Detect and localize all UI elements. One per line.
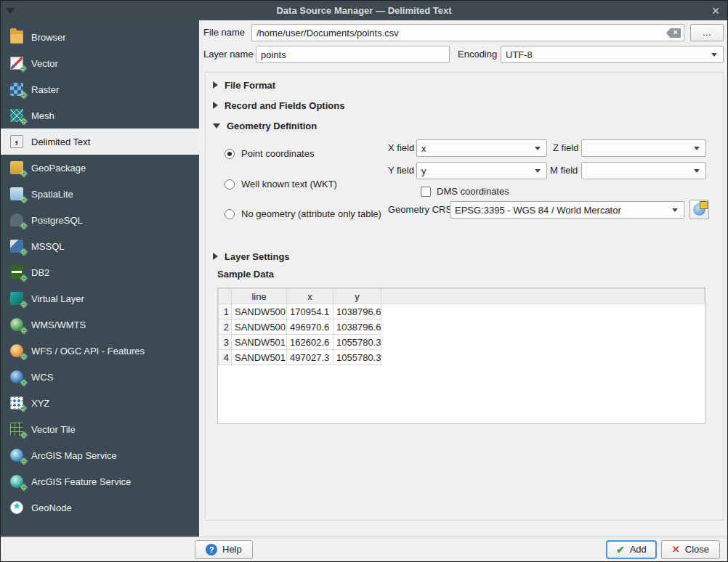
file-name-input[interactable] bbox=[251, 24, 684, 41]
cell: 497027.3 bbox=[287, 350, 333, 365]
geometry-crs-select[interactable]: EPSG:3395 - WGS 84 / World Mercator bbox=[450, 201, 684, 219]
chevron-down-icon bbox=[711, 53, 717, 57]
cell: 1055780.3 bbox=[333, 335, 381, 350]
browser-icon bbox=[10, 30, 23, 44]
sidebar-item-spatialite[interactable]: SpatiaLite bbox=[1, 181, 199, 207]
sidebar-item-wms-wmts[interactable]: WMS/WMTS bbox=[1, 311, 199, 338]
sidebar-item-mesh[interactable]: Mesh bbox=[1, 102, 199, 129]
sidebar-item-wcs[interactable]: WCS bbox=[1, 364, 199, 390]
layer-name-label: Layer name bbox=[203, 46, 254, 63]
m-field-label: M field bbox=[550, 162, 578, 179]
encoding-select[interactable]: UTF-8 bbox=[501, 46, 724, 63]
radio-well-known-text[interactable]: Well known text (WKT) bbox=[225, 179, 337, 190]
sidebar-item-geonode[interactable]: GeoNode bbox=[1, 494, 199, 521]
cell-filler bbox=[381, 350, 705, 365]
cell: 496970.6 bbox=[287, 319, 333, 335]
sidebar: BrowserVectorRasterMeshDelimited TextGeo… bbox=[1, 20, 199, 537]
table-header-filler bbox=[381, 289, 705, 304]
sidebar-item-label: Browser bbox=[31, 32, 66, 43]
sidebar-item-label: Mesh bbox=[31, 110, 54, 121]
chevron-down-icon bbox=[535, 147, 541, 150]
geometry-crs-label: Geometry CRS bbox=[388, 201, 452, 219]
radio-label: No geometry (attribute only table) bbox=[241, 208, 381, 219]
add-button-label: Add bbox=[630, 544, 647, 555]
chevron-down-icon bbox=[694, 147, 700, 150]
section-title: Record and Fields Options bbox=[225, 100, 344, 111]
sample-data-table: linexy 1SANDW500170954.11038796.62SANDW5… bbox=[217, 288, 705, 424]
sidebar-item-label: SpatiaLite bbox=[31, 189, 73, 200]
radio-point-coordinates[interactable]: Point coordinates bbox=[225, 148, 314, 159]
window-close-icon[interactable]: ✕ bbox=[711, 1, 720, 20]
section-header-geometry-definition[interactable]: Geometry Definition bbox=[213, 119, 317, 132]
section-title: Layer Settings bbox=[225, 251, 290, 262]
encoding-label: Encoding bbox=[458, 46, 497, 63]
sidebar-item-label: WCS bbox=[31, 372, 53, 383]
cell: 162602.6 bbox=[287, 335, 333, 350]
y-field-select[interactable]: y bbox=[416, 162, 547, 179]
crs-globe-icon bbox=[693, 203, 705, 216]
column-header-y[interactable]: y bbox=[333, 289, 381, 304]
cell: SANDW501 bbox=[232, 335, 287, 350]
cell: 1038796.6 bbox=[333, 304, 381, 319]
sidebar-item-geopackage[interactable]: GeoPackage bbox=[1, 155, 199, 181]
row-number: 4 bbox=[219, 350, 232, 365]
sidebar-item-arcgis-feature-service[interactable]: ArcGIS Feature Service bbox=[1, 468, 199, 494]
sidebar-item-db2[interactable]: DB2 bbox=[1, 259, 199, 285]
collapsed-arrow-icon bbox=[213, 81, 218, 89]
sidebar-item-delimited-text[interactable]: Delimited Text bbox=[1, 129, 199, 155]
add-check-icon: ✔ bbox=[616, 544, 625, 555]
help-button[interactable]: ? Help bbox=[195, 540, 253, 559]
layer-name-input[interactable] bbox=[256, 46, 450, 63]
column-header-x[interactable]: x bbox=[287, 289, 333, 304]
cell-filler bbox=[381, 335, 705, 350]
options-scroll-area: File Format Record and Fields Options Ge… bbox=[205, 72, 724, 521]
sidebar-item-virtual-layer[interactable]: Virtual Layer bbox=[1, 285, 199, 311]
db2-icon bbox=[10, 266, 23, 279]
section-header-layer-settings[interactable]: Layer Settings bbox=[213, 250, 290, 263]
cell: 170954.1 bbox=[287, 304, 333, 319]
m-field-select[interactable] bbox=[581, 162, 706, 179]
sample-table-body: 1SANDW500170954.11038796.62SANDW50049697… bbox=[219, 304, 705, 365]
row-number: 1 bbox=[219, 304, 232, 319]
y-field-value: y bbox=[421, 166, 530, 176]
z-field-select[interactable] bbox=[581, 139, 706, 157]
sidebar-item-raster[interactable]: Raster bbox=[1, 76, 199, 102]
z-field-label: Z field bbox=[553, 139, 578, 157]
sidebar-item-label: Virtual Layer bbox=[31, 293, 84, 304]
section-title: File Format bbox=[225, 80, 275, 91]
sidebar-item-wfs-ogc-api-features[interactable]: WFS / OGC API - Features bbox=[1, 338, 199, 364]
sidebar-item-xyz[interactable]: XYZ bbox=[1, 390, 199, 416]
radio-no-geometry[interactable]: No geometry (attribute only table) bbox=[225, 208, 381, 219]
dms-coordinates-checkbox[interactable]: DMS coordinates bbox=[421, 186, 509, 197]
sidebar-item-label: Vector Tile bbox=[31, 424, 76, 435]
sidebar-item-vector-tile[interactable]: Vector Tile bbox=[1, 416, 199, 442]
y-field-label: Y field bbox=[388, 162, 414, 179]
sidebar-item-mssql[interactable]: MSSQL bbox=[1, 233, 199, 259]
column-header-line[interactable]: line bbox=[232, 289, 287, 304]
sidebar-item-label: WMS/WMTS bbox=[31, 319, 86, 330]
sidebar-item-browser[interactable]: Browser bbox=[1, 24, 199, 50]
sample-table-header-row: linexy bbox=[219, 289, 705, 304]
select-crs-button[interactable] bbox=[689, 200, 709, 219]
sample-data-title: Sample Data bbox=[217, 269, 274, 280]
sidebar-item-label: ArcGIS Map Service bbox=[31, 450, 117, 461]
add-button[interactable]: ✔ Add bbox=[606, 540, 657, 559]
sidebar-item-postgresql[interactable]: PostgreSQL bbox=[1, 207, 199, 233]
wfs-icon bbox=[10, 344, 23, 357]
xyz-icon bbox=[10, 396, 23, 410]
x-field-select[interactable]: x bbox=[416, 139, 547, 157]
row-number: 2 bbox=[219, 319, 232, 335]
sidebar-item-vector[interactable]: Vector bbox=[1, 50, 199, 76]
cell-filler bbox=[381, 304, 705, 319]
close-button[interactable]: ✕ Close bbox=[661, 540, 720, 559]
cell: SANDW500 bbox=[232, 319, 287, 335]
section-header-record-fields[interactable]: Record and Fields Options bbox=[213, 99, 344, 112]
sidebar-item-arcgis-map-service[interactable]: ArcGIS Map Service bbox=[1, 442, 199, 468]
browse-file-button[interactable]: … bbox=[690, 24, 724, 41]
file-name-label: File name bbox=[203, 24, 245, 41]
window-menu-icon[interactable] bbox=[6, 8, 15, 14]
x-field-label: X field bbox=[388, 139, 414, 157]
cell: 1038796.6 bbox=[333, 319, 381, 335]
collapsed-arrow-icon bbox=[213, 253, 218, 260]
section-header-file-format[interactable]: File Format bbox=[213, 78, 275, 91]
